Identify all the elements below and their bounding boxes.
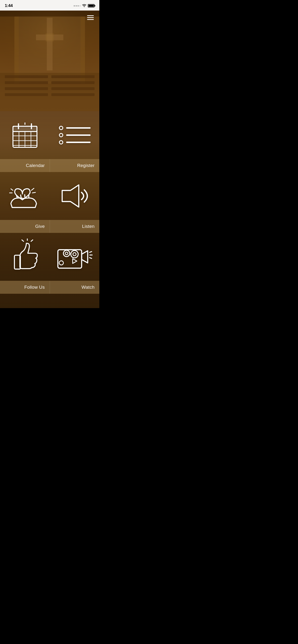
listen-icon-cell bbox=[50, 172, 99, 220]
svg-line-50 bbox=[22, 240, 24, 241]
give-icon-cell bbox=[0, 172, 50, 220]
follow-us-button[interactable]: Follow Us bbox=[0, 281, 50, 294]
svg-point-34 bbox=[59, 134, 63, 137]
register-icon-cell bbox=[50, 111, 99, 159]
svg-marker-46 bbox=[62, 185, 79, 207]
row-2-icons bbox=[0, 172, 99, 220]
svg-line-40 bbox=[25, 195, 25, 198]
calendar-icon-cell bbox=[0, 111, 50, 159]
watch-button[interactable]: Watch bbox=[50, 281, 100, 294]
register-button[interactable]: Register bbox=[50, 159, 100, 172]
row-3-buttons: Follow Us Watch bbox=[0, 281, 99, 294]
wifi-icon bbox=[82, 4, 86, 8]
svg-point-56 bbox=[59, 261, 64, 265]
list-icon bbox=[55, 121, 94, 150]
svg-line-58 bbox=[89, 252, 92, 252]
follow-thumbs-up-icon bbox=[6, 238, 43, 276]
row-2-buttons: Give Listen bbox=[0, 220, 99, 233]
watch-icon-cell bbox=[50, 233, 99, 281]
calendar-button[interactable]: Calendar bbox=[0, 159, 50, 172]
svg-line-42 bbox=[11, 189, 13, 190]
watch-video-icon bbox=[55, 239, 94, 275]
row-1-icons bbox=[0, 111, 99, 159]
status-bar: 1:44 bbox=[0, 0, 99, 10]
calendar-icon bbox=[9, 120, 41, 151]
svg-rect-22 bbox=[13, 126, 37, 132]
menu-line-1 bbox=[87, 15, 94, 16]
svg-point-54 bbox=[71, 250, 78, 258]
row-1-buttons: Calendar Register bbox=[0, 159, 99, 172]
give-heart-icon bbox=[6, 178, 44, 214]
status-time: 1:44 bbox=[5, 3, 13, 8]
svg-point-53 bbox=[65, 252, 68, 255]
svg-point-52 bbox=[63, 250, 70, 256]
row-3-icons bbox=[0, 233, 99, 281]
svg-line-39 bbox=[20, 195, 21, 198]
bottom-spacer bbox=[0, 294, 99, 308]
svg-line-44 bbox=[31, 188, 34, 190]
svg-line-49 bbox=[31, 240, 33, 241]
listen-button[interactable]: Listen bbox=[50, 220, 100, 233]
grid-section: Calendar Register bbox=[0, 111, 99, 294]
menu-button[interactable] bbox=[86, 14, 95, 21]
status-icons bbox=[74, 4, 95, 8]
battery-icon bbox=[88, 4, 95, 8]
svg-point-36 bbox=[59, 141, 63, 144]
svg-point-20 bbox=[84, 6, 84, 7]
svg-point-55 bbox=[73, 252, 76, 256]
follow-icon-cell bbox=[0, 233, 50, 281]
svg-line-45 bbox=[32, 192, 35, 193]
menu-line-2 bbox=[87, 17, 94, 18]
main-content: Calendar Register bbox=[0, 10, 99, 308]
svg-marker-57 bbox=[73, 259, 77, 264]
svg-line-60 bbox=[89, 258, 92, 258]
listen-speaker-icon bbox=[57, 180, 93, 212]
svg-point-32 bbox=[59, 126, 63, 130]
signal-icon bbox=[74, 5, 81, 6]
hero-area bbox=[0, 10, 99, 111]
menu-line-3 bbox=[87, 19, 94, 20]
app-container: 1:44 bbox=[0, 0, 99, 308]
give-button[interactable]: Give bbox=[0, 220, 50, 233]
